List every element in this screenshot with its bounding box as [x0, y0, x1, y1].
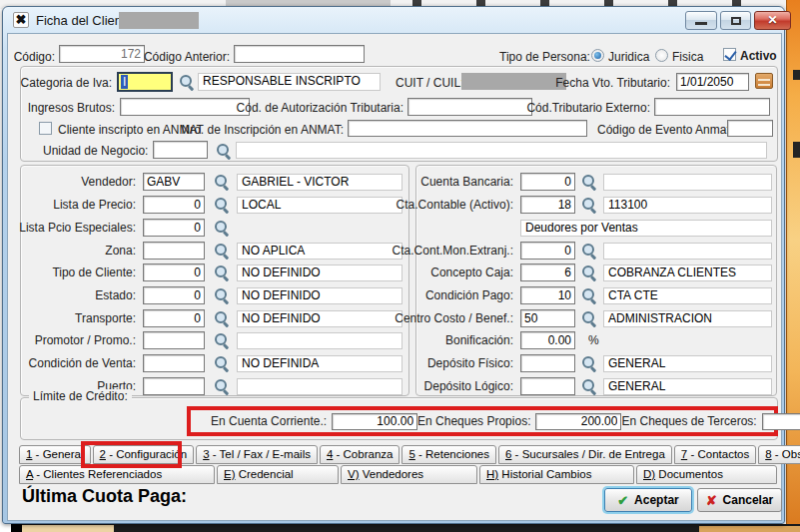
codigo-label: Código: [14, 48, 55, 66]
field-label: Condición Pago: [425, 286, 513, 304]
tab-tel-fax-emails[interactable]: 3 - Tel / Fax / E-mails [196, 445, 318, 464]
search-icon[interactable] [214, 220, 230, 236]
search-icon[interactable] [581, 378, 597, 394]
search-icon[interactable] [214, 287, 230, 303]
calendar-icon[interactable] [755, 73, 773, 89]
puerto-input[interactable] [143, 377, 205, 395]
codigo-input[interactable] [59, 45, 145, 63]
unidad-negocio-input[interactable] [153, 141, 208, 159]
tipo-cliente-input[interactable] [143, 264, 205, 281]
anmat-nro-input[interactable] [348, 120, 587, 137]
deposito-logico-desc: GENERAL [603, 378, 772, 395]
fecha-vto-input[interactable] [676, 73, 749, 91]
search-icon[interactable] [581, 287, 597, 303]
tab-clientes-referenciados[interactable]: A - Clientes Referenciados [19, 465, 215, 484]
estado-input[interactable] [143, 286, 205, 304]
activo-label: Activo [740, 47, 777, 65]
tab-retenciones[interactable]: 5 - Retenciones [401, 445, 496, 464]
search-icon[interactable] [214, 243, 230, 259]
search-icon[interactable] [214, 378, 230, 394]
cheques-propios-input[interactable] [535, 413, 621, 430]
search-icon[interactable] [214, 174, 230, 190]
categoria-iva-input[interactable]: I [117, 72, 173, 92]
categoria-iva-desc: RESPONSABLE INSCRIPTO [198, 73, 381, 91]
tipo-cliente-desc: NO DEFINIDO [237, 265, 402, 281]
credit-item: En Cheques Propios: [417, 413, 621, 430]
search-icon[interactable] [581, 265, 597, 280]
search-icon[interactable] [581, 355, 597, 371]
vendedor-input[interactable] [143, 173, 205, 191]
zona-desc: NO APLICA [237, 243, 402, 260]
redaction-cuit [461, 73, 566, 90]
accept-button[interactable]: ✔ Aceptar [604, 488, 692, 512]
tab-documentos[interactable]: D) Documentos [636, 465, 777, 484]
deposito-logico-input[interactable] [520, 377, 575, 395]
cod-autorizacion-input[interactable] [407, 98, 532, 116]
field-label: Bonificación: [445, 331, 513, 349]
cuenta-bancaria-input[interactable] [520, 173, 575, 191]
tab-credencial[interactable]: E) Credencial [217, 465, 339, 484]
tab-row-2: A - Clientes Referenciados E) Credencial… [19, 465, 777, 484]
search-icon[interactable] [581, 243, 597, 259]
search-icon[interactable] [214, 197, 230, 213]
search-icon[interactable] [179, 74, 195, 90]
left-panel-group: Vendedor: GABRIEL - VICTOR Lista de Prec… [20, 165, 409, 396]
deposito-fisico-input[interactable] [520, 354, 575, 372]
zona-input[interactable] [143, 242, 205, 260]
field-label: Estado: [95, 286, 136, 304]
dialog-window: ✖ Ficha del Cliente ✕ Código: Código Ant… [2, 6, 785, 524]
tab-general[interactable]: 1 - General [19, 445, 91, 464]
field-label: Centro Costo / Benef.: [395, 309, 513, 327]
tab-row-1: 1 - General 2 - Configuración 3 - Tel / … [19, 445, 800, 464]
search-icon[interactable] [214, 310, 230, 326]
tab-historial-cambios[interactable]: H) Historial Cambios [479, 465, 634, 484]
cheques-terceros-input[interactable] [762, 413, 800, 430]
cta-contable-input[interactable] [520, 196, 575, 214]
field-label: Cuenta Bancaria: [420, 173, 513, 191]
minimize-button[interactable] [685, 11, 717, 30]
lista-precio-desc: LOCAL [237, 197, 402, 214]
search-icon[interactable] [581, 174, 597, 190]
cod-trib-externo-input[interactable] [654, 98, 770, 116]
dialog-client-area: Código: Código Anterior: Tipo de Persona… [7, 33, 782, 521]
search-icon[interactable] [216, 143, 232, 159]
activo-checkbox[interactable] [723, 48, 736, 61]
transporte-input[interactable] [143, 309, 205, 327]
search-icon[interactable] [214, 332, 230, 348]
minimize-icon [695, 22, 707, 25]
tab-observaciones[interactable]: 8 - Observaciones [758, 445, 800, 464]
search-icon[interactable] [214, 265, 230, 280]
condicion-pago-input[interactable] [520, 286, 575, 304]
condicion-venta-input[interactable] [143, 354, 205, 372]
credit-item: En Cuenta Corriente.: [211, 413, 417, 430]
cheques-propios-label: En Cheques Propios: [417, 414, 530, 428]
anmat-checkbox[interactable] [39, 122, 52, 135]
radio-fisica[interactable] [655, 49, 668, 62]
tab-contactos[interactable]: 7 - Contactos [674, 445, 756, 464]
maximize-button[interactable] [720, 11, 751, 30]
cta-cont-mon-extranj-input[interactable] [520, 242, 575, 260]
promotor-input[interactable] [143, 331, 205, 349]
close-button[interactable]: ✕ [754, 11, 791, 30]
cancel-button[interactable]: ✘ Cancelar [697, 488, 782, 512]
check-icon: ✔ [617, 493, 628, 508]
tab-configuracion[interactable]: 2 - Configuración [93, 445, 195, 464]
cuenta-corriente-input[interactable] [332, 413, 417, 430]
tab-cobranza[interactable]: 4 - Cobranza [320, 445, 400, 464]
anmat-evento-input[interactable] [727, 120, 773, 137]
codigo-anterior-input[interactable] [234, 45, 365, 63]
search-icon[interactable] [581, 197, 597, 213]
bonificacion-input[interactable] [520, 331, 575, 349]
ultima-cuota-label: Última Cuota Paga: [22, 486, 187, 507]
tab-sucursales[interactable]: 6 - Sucursales / Dir. de Entrega [498, 445, 672, 464]
lista-pcio-especiales-input[interactable] [143, 219, 205, 237]
concepto-caja-input[interactable] [520, 264, 575, 281]
ingresos-brutos-input[interactable] [120, 98, 250, 116]
centro-costo-input[interactable] [520, 309, 575, 327]
search-icon[interactable] [214, 355, 230, 371]
lista-precio-input[interactable] [143, 196, 205, 214]
tab-vendedores[interactable]: V) Vendedores [341, 465, 477, 484]
search-icon[interactable] [581, 310, 597, 326]
transporte-desc: NO DEFINIDO [237, 310, 402, 327]
radio-juridica[interactable] [591, 49, 604, 62]
